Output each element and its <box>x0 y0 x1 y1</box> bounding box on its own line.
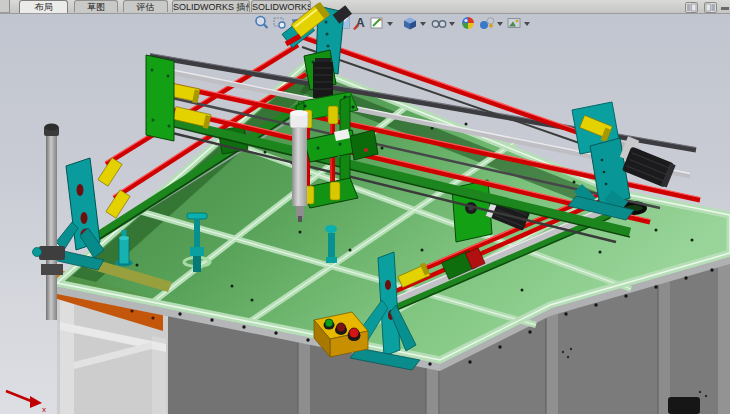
tab-evaluate-label: 评估 <box>137 2 155 12</box>
apply-scene-icon[interactable] <box>479 15 495 31</box>
tab-mbd-label: SOLIDWORKS MBD <box>252 2 311 12</box>
view-orientation-icon[interactable] <box>402 15 418 31</box>
zoom-to-area-icon[interactable] <box>272 15 288 31</box>
edit-sketch-dropdown-icon[interactable] <box>387 22 393 26</box>
display-style-icon[interactable] <box>431 15 447 31</box>
tab-layout[interactable]: 布局 <box>19 0 68 13</box>
tab-addins[interactable]: SOLIDWORKS 插件 <box>172 0 250 12</box>
tab-sketch[interactable]: 草图 <box>74 0 118 12</box>
tab-sketch-label: 草图 <box>87 2 105 12</box>
minimize-icon[interactable] <box>721 7 729 10</box>
edit-appearance-icon[interactable] <box>460 15 476 31</box>
headsup-view-toolbar: A <box>0 13 730 33</box>
tab-layout-label: 布局 <box>35 2 53 12</box>
tab-partial-left[interactable] <box>0 0 10 13</box>
view-orientation-dropdown-icon[interactable] <box>420 22 426 26</box>
apply-scene-dropdown-icon[interactable] <box>497 22 503 26</box>
display-style-dropdown-icon[interactable] <box>449 22 455 26</box>
pane-toggle-icon-2[interactable] <box>704 2 717 13</box>
section-view-icon[interactable] <box>336 15 352 31</box>
edit-sketch-icon[interactable] <box>369 15 385 31</box>
ribbon-tab-bar: 布局 草图 评估 SOLIDWORKS 插件 SOLIDWORKS MBD <box>0 0 730 14</box>
tab-addins-label: SOLIDWORKS 插件 <box>173 2 250 12</box>
tab-mbd[interactable]: SOLIDWORKS MBD <box>251 0 311 12</box>
tab-evaluate[interactable]: 评估 <box>123 0 168 12</box>
zoom-to-fit-icon[interactable] <box>254 15 270 31</box>
previous-view-icon[interactable] <box>290 15 306 31</box>
pane-toggle-icon[interactable] <box>685 2 698 13</box>
svg-text:A: A <box>356 16 365 30</box>
view-settings-dropdown-icon[interactable] <box>524 22 530 26</box>
solidworks-window: 布局 草图 评估 SOLIDWORKS 插件 SOLIDWORKS MBD A <box>0 0 730 414</box>
annotation-icon[interactable]: A <box>352 15 368 31</box>
view-settings-icon[interactable] <box>506 15 522 31</box>
graphics-area[interactable] <box>0 13 730 414</box>
